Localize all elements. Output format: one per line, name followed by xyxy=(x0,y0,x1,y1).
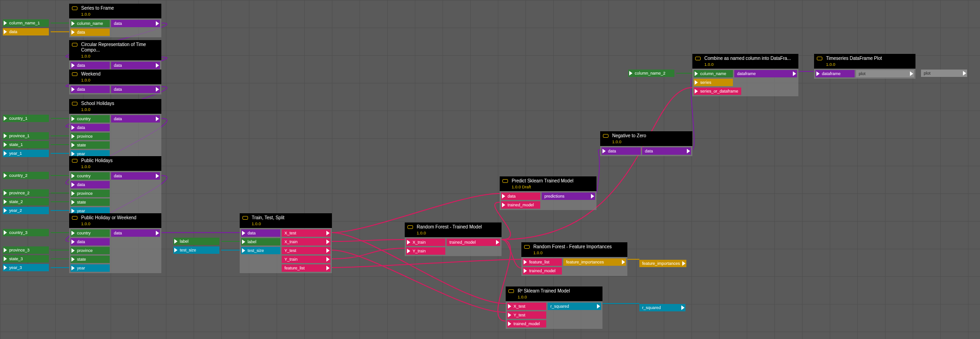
port-data[interactable]: data xyxy=(111,86,160,93)
ext-port-country_2[interactable]: country_2 xyxy=(3,172,49,179)
port-predictions[interactable]: predictions xyxy=(542,193,595,200)
ext-port-column_name_2[interactable]: column_name_2 xyxy=(628,70,674,77)
node-predict[interactable]: Predict Sklearn Trained Model1.0.0 Draft… xyxy=(500,176,596,210)
port-data[interactable]: data xyxy=(71,124,110,131)
port-data[interactable]: data xyxy=(501,193,540,200)
port-feature_list[interactable]: feature_list xyxy=(282,264,331,272)
node-header[interactable]: Public Holidays1.0.0 xyxy=(69,156,161,171)
node-ph_weekend[interactable]: Public Holiday or Weekend1.0.0countrydat… xyxy=(69,213,161,273)
node-header[interactable]: Circular Representation of Time Compo...… xyxy=(69,40,161,60)
port-state[interactable]: state xyxy=(71,199,110,206)
port-data[interactable]: data xyxy=(111,20,160,27)
port-trained_model[interactable]: trained_model xyxy=(523,267,562,275)
port-X_train[interactable]: X_train xyxy=(406,239,445,246)
port-year[interactable]: year xyxy=(71,264,110,272)
port-test_size[interactable]: test_size xyxy=(241,247,280,254)
port-data[interactable]: data xyxy=(111,229,160,237)
node-header[interactable]: Series to Frame1.0.0 xyxy=(69,4,161,18)
node-neg_zero[interactable]: Negative to Zero1.0.0datadata xyxy=(600,131,692,156)
node-ts_plot[interactable]: Timeseries DataFrame Plot1.0.0dataframep… xyxy=(814,54,915,79)
port-dataframe[interactable]: dataframe xyxy=(734,70,797,77)
port-state[interactable]: state xyxy=(71,141,110,149)
port-state[interactable]: state xyxy=(71,256,110,263)
port-province[interactable]: province xyxy=(71,133,110,140)
port-trained_model[interactable]: trained_model xyxy=(447,239,500,246)
port-country[interactable]: country xyxy=(71,229,110,237)
port-Y_test[interactable]: Y_test xyxy=(507,311,546,319)
node-header[interactable]: Negative to Zero1.0.0 xyxy=(600,131,692,146)
port-X_train[interactable]: X_train xyxy=(282,238,331,245)
node-header[interactable]: Random Forest - Feature Importances1.0.0 xyxy=(521,242,627,257)
port-Y_train[interactable]: Y_train xyxy=(406,247,445,255)
port-data[interactable]: data xyxy=(71,181,110,188)
port-X_test[interactable]: X_test xyxy=(282,229,331,237)
port-data[interactable]: data xyxy=(71,29,110,36)
port-Y_test[interactable]: Y_test xyxy=(282,247,331,254)
port-trained_model[interactable]: trained_model xyxy=(507,320,546,327)
port-column_name[interactable]: column_name xyxy=(71,20,110,27)
node-header[interactable]: School Holidays1.0.0 xyxy=(69,99,161,114)
node-header[interactable]: Combine as named column into DataFra...1… xyxy=(692,54,798,69)
port-label[interactable]: label xyxy=(241,238,280,245)
ext-port-state_3[interactable]: state_3 xyxy=(3,255,49,263)
node-header[interactable]: Weekend1.0.0 xyxy=(69,70,161,84)
ext-port-data0[interactable]: data xyxy=(3,28,49,35)
port-province[interactable]: province xyxy=(71,190,110,197)
port-Y_train[interactable]: Y_train xyxy=(282,256,331,263)
ext-port-state_2[interactable]: state_2 xyxy=(3,198,49,205)
ext-port-province_1[interactable]: province_1 xyxy=(3,132,49,140)
node-school_holidays[interactable]: School Holidays1.0.0countrydatadataprovi… xyxy=(69,99,161,159)
node-canvas[interactable]: Series to Frame1.0.0column_namedatadataC… xyxy=(0,0,980,339)
port-data[interactable]: data xyxy=(111,62,160,69)
port-country[interactable]: country xyxy=(71,172,110,180)
port-data[interactable]: data xyxy=(642,147,691,155)
node-weekend[interactable]: Weekend1.0.0datadata xyxy=(69,70,161,94)
ext-port-year_1[interactable]: year_1 xyxy=(3,150,49,157)
port-plot[interactable]: plot xyxy=(856,70,914,77)
node-header[interactable]: Timeseries DataFrame Plot1.0.0 xyxy=(814,54,915,69)
ext-port-plot_out[interactable]: plot xyxy=(921,70,967,77)
node-header[interactable]: Public Holiday or Weekend1.0.0 xyxy=(69,213,161,228)
port-series[interactable]: series xyxy=(694,79,733,86)
node-tts[interactable]: Train, Test, Split1.0.0dataX_testlabelX_… xyxy=(240,213,332,273)
ext-port-fi_out[interactable]: feature_importances xyxy=(639,260,686,267)
port-X_test[interactable]: X_test xyxy=(507,303,546,310)
port-data[interactable]: data xyxy=(71,86,110,93)
node-public_holidays[interactable]: Public Holidays1.0.0countrydatadataprovi… xyxy=(69,156,161,216)
node-header[interactable]: Predict Sklearn Trained Model1.0.0 Draft xyxy=(500,176,596,191)
port-data[interactable]: data xyxy=(111,115,160,123)
node-rf_trained[interactable]: Random Forest - Trained Model1.0.0X_trai… xyxy=(405,222,502,256)
ext-port-country_3[interactable]: country_3 xyxy=(3,229,49,236)
ext-port-year_2[interactable]: year_2 xyxy=(3,207,49,214)
node-r2[interactable]: R² Sklearn Trained Model1.0.0X_testr_squ… xyxy=(506,286,602,329)
node-header[interactable]: Random Forest - Trained Model1.0.0 xyxy=(405,222,502,237)
node-rf_fi[interactable]: Random Forest - Feature Importances1.0.0… xyxy=(521,242,627,276)
ext-port-year_3[interactable]: year_3 xyxy=(3,264,49,271)
port-data[interactable]: data xyxy=(602,147,641,155)
node-combine[interactable]: Combine as named column into DataFra...1… xyxy=(692,54,798,96)
node-circ_rep[interactable]: Circular Representation of Time Compo...… xyxy=(69,40,161,70)
port-data[interactable]: data xyxy=(71,238,110,245)
port-feature_importances[interactable]: feature_importances xyxy=(563,258,626,266)
port-data[interactable]: data xyxy=(241,229,280,237)
ext-port-province_2[interactable]: province_2 xyxy=(3,189,49,197)
ext-port-state_1[interactable]: state_1 xyxy=(3,141,49,148)
port-data[interactable]: data xyxy=(71,62,110,69)
port-country[interactable]: country xyxy=(71,115,110,123)
port-trained_model[interactable]: trained_model xyxy=(501,201,540,209)
ext-port-country_1[interactable]: country_1 xyxy=(3,115,49,122)
node-series_to_frame[interactable]: Series to Frame1.0.0column_namedatadata xyxy=(69,4,161,37)
ext-port-column_name_1[interactable]: column_name_1 xyxy=(3,19,49,27)
node-header[interactable]: R² Sklearn Trained Model1.0.0 xyxy=(506,286,602,301)
port-series_or_dataframe[interactable]: series_or_dataframe xyxy=(694,88,741,95)
ext-port-province_3[interactable]: province_3 xyxy=(3,246,49,254)
ext-port-r2_out[interactable]: r_squared xyxy=(639,304,685,311)
port-dataframe[interactable]: dataframe xyxy=(815,70,855,77)
node-header[interactable]: Train, Test, Split1.0.0 xyxy=(240,213,332,228)
port-feature_list[interactable]: feature_list xyxy=(523,258,562,266)
port-r_squared[interactable]: r_squared xyxy=(548,303,601,310)
ext-port-label_in[interactable]: label xyxy=(173,238,219,245)
port-column_name[interactable]: column_name xyxy=(694,70,733,77)
ext-port-test_size_in[interactable]: test_size xyxy=(173,246,219,254)
port-data[interactable]: data xyxy=(111,172,160,180)
